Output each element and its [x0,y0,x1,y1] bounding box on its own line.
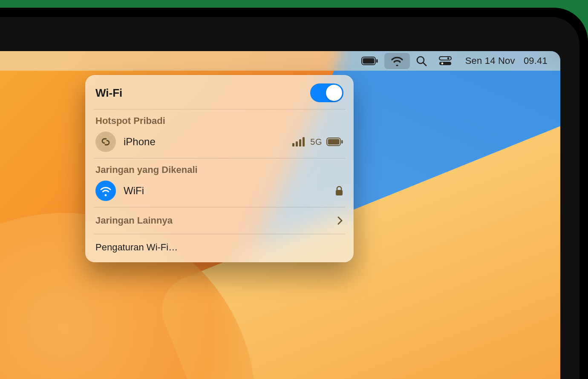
svg-point-6 [447,57,449,60]
wifi-settings-label: Pengaturan Wi-Fi… [95,242,178,253]
divider [94,109,345,109]
device-frame: Sen 14 Nov 09.41 Wi-Fi Hotspot Pribadi [0,8,588,379]
menubar-date: Sen 14 Nov [465,55,515,66]
svg-rect-9 [292,143,294,146]
cellular-signal-icon [292,137,306,146]
menubar-time: 09.41 [524,55,548,66]
other-networks-label: Jaringan Lainnya [95,215,173,226]
other-networks-row[interactable]: Jaringan Lainnya [85,209,354,232]
svg-rect-2 [376,59,378,63]
divider [94,158,345,158]
toggle-knob [326,85,342,101]
control-center-icon[interactable] [433,51,458,71]
hotspot-link-icon [95,132,116,152]
personal-hotspot-label: Hotspot Pribadi [85,111,354,129]
desktop-screen: Sen 14 Nov 09.41 Wi-Fi Hotspot Pribadi [0,51,560,379]
known-network-item-wifi[interactable]: WiFi [85,178,354,205]
chevron-right-icon [337,215,343,226]
battery-status-icon[interactable] [355,51,384,71]
wifi-popover: Wi-Fi Hotspot Pribadi iPhone [85,75,354,262]
known-networks-label: Jaringan yang Dikenali [85,160,354,178]
wifi-toggle[interactable] [310,83,343,102]
svg-rect-11 [299,139,301,146]
divider [94,207,345,207]
wifi-header-row: Wi-Fi [85,81,354,107]
svg-rect-5 [439,57,451,60]
divider [94,234,345,234]
svg-rect-15 [341,140,343,144]
wifi-status-icon[interactable] [384,53,410,69]
device-bezel: Sen 14 Nov 09.41 Wi-Fi Hotspot Pribadi [0,17,579,379]
cell-type-label: 5G [310,137,322,147]
svg-rect-7 [439,62,451,65]
menubar-datetime[interactable]: Sen 14 Nov 09.41 [458,55,548,66]
svg-rect-12 [303,137,305,146]
known-network-name: WiFi [124,185,327,197]
svg-rect-10 [296,141,298,146]
svg-rect-16 [336,190,343,195]
wifi-settings-row[interactable]: Pengaturan Wi-Fi… [85,236,354,259]
svg-rect-14 [328,139,340,145]
svg-line-4 [423,63,426,66]
hotspot-item-iphone[interactable]: iPhone 5G [85,129,354,156]
wifi-network-icon [95,181,116,201]
hotspot-name: iPhone [124,136,285,148]
svg-rect-1 [363,58,374,64]
hotspot-meta: 5G [292,137,343,147]
svg-point-8 [441,63,443,65]
lock-icon [335,185,343,196]
hotspot-battery-icon [326,138,343,146]
wifi-title: Wi-Fi [95,86,122,100]
menubar: Sen 14 Nov 09.41 [0,51,560,71]
spotlight-search-icon[interactable] [410,51,433,71]
